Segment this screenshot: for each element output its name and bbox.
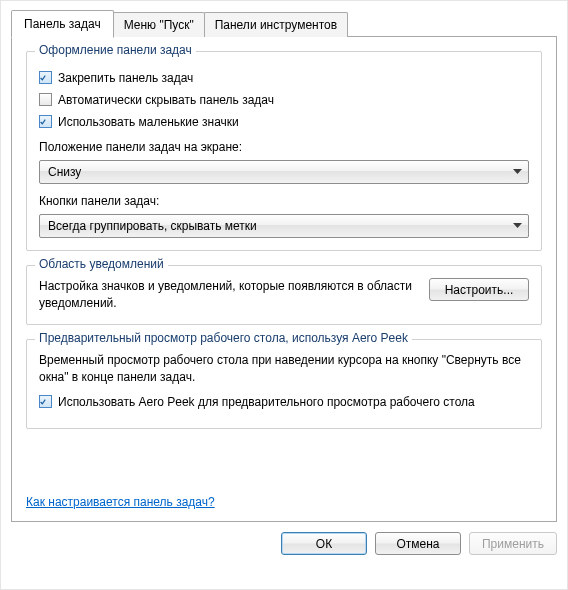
label-position: Положение панели задач на экране:	[39, 140, 529, 154]
group-notification-area: Область уведомлений Настройка значков и …	[26, 265, 542, 325]
label-small-icons: Использовать маленькие значки	[58, 114, 239, 130]
dropdown-position[interactable]: Снизу	[39, 160, 529, 184]
row-small-icons: Использовать маленькие значки	[39, 114, 529, 130]
check-icon	[40, 117, 46, 127]
checkbox-autohide[interactable]	[39, 93, 52, 106]
tab-taskbar[interactable]: Панель задач	[11, 10, 114, 38]
check-icon	[40, 73, 46, 83]
check-icon	[40, 397, 46, 407]
group-legend-peek: Предварительный просмотр рабочего стола,…	[35, 331, 412, 345]
group-taskbar-appearance: Оформление панели задач Закрепить панель…	[26, 51, 542, 251]
dialog-button-row: ОК Отмена Применить	[11, 532, 557, 555]
chevron-down-icon	[513, 223, 522, 229]
dropdown-buttons-value: Всегда группировать, скрывать метки	[48, 219, 257, 233]
checkbox-small-icons[interactable]	[39, 115, 52, 128]
tab-toolbars[interactable]: Панели инструментов	[204, 12, 348, 37]
taskbar-properties-dialog: Панель задач Меню "Пуск" Панели инструме…	[0, 0, 568, 590]
dropdown-position-value: Снизу	[48, 165, 81, 179]
group-legend-appearance: Оформление панели задач	[35, 43, 196, 57]
checkbox-lock-taskbar[interactable]	[39, 71, 52, 84]
dropdown-buttons[interactable]: Всегда группировать, скрывать метки	[39, 214, 529, 238]
notify-description: Настройка значков и уведомлений, которые…	[39, 278, 417, 312]
row-aero-peek: Использовать Aero Peek для предварительн…	[39, 394, 529, 410]
customize-button[interactable]: Настроить...	[429, 278, 529, 301]
group-legend-notify: Область уведомлений	[35, 257, 168, 271]
apply-button[interactable]: Применить	[469, 532, 557, 555]
tab-start-menu[interactable]: Меню "Пуск"	[113, 12, 205, 37]
label-lock-taskbar: Закрепить панель задач	[58, 70, 193, 86]
label-aero-peek: Использовать Aero Peek для предварительн…	[58, 394, 475, 410]
ok-button[interactable]: ОК	[281, 532, 367, 555]
tab-strip: Панель задач Меню "Пуск" Панели инструме…	[11, 9, 557, 36]
label-buttons: Кнопки панели задач:	[39, 194, 529, 208]
help-link[interactable]: Как настраивается панель задач?	[26, 495, 215, 509]
label-autohide: Автоматически скрывать панель задач	[58, 92, 274, 108]
cancel-button[interactable]: Отмена	[375, 532, 461, 555]
peek-description: Временный просмотр рабочего стола при на…	[39, 352, 529, 386]
row-autohide: Автоматически скрывать панель задач	[39, 92, 529, 108]
checkbox-aero-peek[interactable]	[39, 395, 52, 408]
group-aero-peek: Предварительный просмотр рабочего стола,…	[26, 339, 542, 429]
chevron-down-icon	[513, 169, 522, 175]
tab-page-taskbar: Оформление панели задач Закрепить панель…	[11, 36, 557, 522]
row-lock-taskbar: Закрепить панель задач	[39, 70, 529, 86]
